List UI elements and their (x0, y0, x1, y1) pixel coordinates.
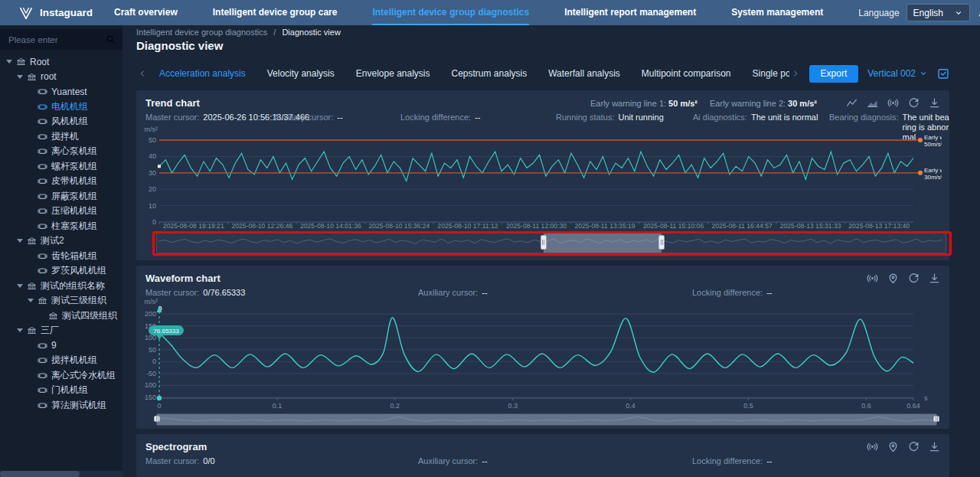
notification-bell-icon[interactable] (977, 7, 980, 19)
tree-item-罗茨风机机组[interactable]: 罗茨风机机组 (0, 263, 122, 279)
tree-item-算法测试机组[interactable]: 算法测试机组 (0, 398, 122, 413)
zoom-handle-right[interactable] (933, 416, 939, 422)
tree-item-测试三级组织[interactable]: 测试三级组织 (0, 293, 122, 309)
tree-item-9[interactable]: 9 (0, 338, 122, 354)
location-pin-icon[interactable] (887, 273, 899, 284)
language-select[interactable]: English (906, 4, 970, 21)
brand[interactable]: Instaguard (0, 0, 93, 25)
tab-multipoint-comparison[interactable]: Multipoint comparison (631, 64, 742, 83)
tab-waterfall-analysis[interactable]: Waterfall analysis (537, 64, 631, 83)
sidebar-scrollbar[interactable] (0, 471, 122, 477)
trend-toolbar (846, 97, 940, 109)
device-icon (38, 162, 47, 172)
tree-item-测试2[interactable]: 测试2 (0, 234, 122, 249)
organization-icon (27, 72, 37, 82)
warning-line-value: 50 m/s² (668, 99, 697, 108)
organization-icon (48, 311, 58, 321)
tree-item-电机机组[interactable]: 电机机组 (0, 100, 122, 115)
zoom-handle-right[interactable] (658, 235, 665, 250)
download-icon[interactable] (929, 273, 940, 284)
nav-item-intelligent-device-group-diagnostics[interactable]: Intelligent device group diagnostics (372, 0, 529, 25)
tree-item-label: Yuantest (51, 87, 87, 97)
svg-text:2025-08-10 17:11:12: 2025-08-10 17:11:12 (437, 222, 498, 230)
measurement-point-select[interactable]: Vertical 002 (867, 68, 928, 79)
tree-item-离心式冷水机组[interactable]: 离心式冷水机组 (0, 368, 122, 384)
tab-acceleration-analysis[interactable]: Acceleration analysis (149, 64, 256, 83)
tab-velocity-analysis[interactable]: Velocity analysis (256, 64, 345, 83)
trend-line-icon[interactable] (846, 97, 858, 109)
tree-caret-icon[interactable] (6, 60, 12, 64)
tabs-scroll-right-icon[interactable] (791, 69, 800, 78)
nav-item-craft-overview[interactable]: Craft overview (114, 0, 178, 25)
tabs-scroll-left-icon[interactable] (138, 69, 147, 78)
tree-item-搅拌机机组[interactable]: 搅拌机机组 (0, 353, 122, 368)
svg-text:0.3: 0.3 (508, 402, 518, 410)
refresh-icon[interactable] (908, 441, 920, 452)
tab-cepstrum-analysis[interactable]: Cepstrum analysis (441, 64, 538, 83)
tree-item-屏蔽泵机组[interactable]: 屏蔽泵机组 (0, 189, 122, 204)
tree-item-门机机组[interactable]: 门机机组 (0, 383, 122, 398)
tabs-list: Acceleration analysisVelocity analysisEn… (149, 64, 789, 83)
zoom-handle-left[interactable] (154, 416, 160, 422)
broadcast-icon[interactable] (887, 97, 899, 109)
app-window: Instaguard Craft overviewIntelligent dev… (0, 0, 980, 477)
breadcrumb-section[interactable]: Intelligent device group diagnostics (136, 28, 267, 37)
waveform-chart-canvas[interactable]: m/s²0200150100500-50-100-15000.10.20.30.… (144, 296, 942, 411)
nav-item-intelligent-device-group-care[interactable]: Intelligent device group care (213, 0, 338, 25)
tab-single-point-analysis[interactable]: Single point analysis (742, 64, 789, 83)
calendar-check-icon[interactable] (937, 67, 949, 80)
zoom-selected-range[interactable] (157, 414, 936, 425)
waveform-chart-panel: Waveform chart Master cursor:0/76.65333A… (136, 266, 949, 429)
tree-caret-icon[interactable] (17, 284, 23, 288)
download-icon[interactable] (929, 97, 940, 109)
tree-item-label: 测试四级组织 (62, 309, 117, 322)
tree-item-三厂[interactable]: 三厂 (0, 323, 122, 338)
device-icon (38, 266, 47, 276)
export-button[interactable]: Export (809, 65, 859, 83)
tree-caret-icon[interactable] (17, 328, 23, 332)
zoom-handle-left[interactable] (541, 235, 547, 250)
nav-item-system-management[interactable]: System management (731, 0, 823, 25)
tree-item-柱塞泵机组[interactable]: 柱塞泵机组 (0, 219, 122, 234)
tree-item-离心泵机组[interactable]: 离心泵机组 (0, 144, 122, 159)
tree-item-root[interactable]: Root (0, 54, 122, 70)
tree-item-螺杆泵机组[interactable]: 螺杆泵机组 (0, 159, 122, 175)
refresh-icon[interactable] (908, 97, 920, 109)
tree-item-root[interactable]: root (0, 70, 122, 85)
tree-item-测试四级组织[interactable]: 测试四级组织 (0, 309, 122, 324)
tree-item-测试的组织名称[interactable]: 测试的组织名称 (0, 279, 122, 294)
device-icon (38, 371, 47, 381)
info-value: -- (766, 456, 772, 466)
spectrogram-panel-title: Spectrogram (145, 441, 207, 452)
search-box[interactable] (0, 29, 122, 50)
broadcast-icon[interactable] (867, 273, 878, 284)
tree-item-搅拌机[interactable]: 搅拌机 (0, 129, 122, 145)
area-chart-icon[interactable] (867, 97, 878, 109)
nav-item-intelligent-report-management[interactable]: Intelligent report management (564, 0, 696, 25)
tree-item-压缩机机组[interactable]: 压缩机机组 (0, 204, 122, 219)
tree-item-皮带机机组[interactable]: 皮带机机组 (0, 174, 122, 189)
chevron-down-icon (954, 8, 963, 18)
trend-chart-canvas[interactable]: m/s²504030201002025-08-08 19:19:212025-0… (144, 124, 942, 231)
tree-item-齿轮箱机组[interactable]: 齿轮箱机组 (0, 249, 122, 264)
tree-caret-icon[interactable] (28, 299, 34, 302)
tab-envelope-analysis[interactable]: Envelope analysis (345, 64, 441, 83)
tree-item-label: 皮带机机组 (51, 175, 97, 188)
svg-text:50: 50 (149, 136, 156, 144)
search-input[interactable] (7, 34, 100, 45)
svg-text:0.64: 0.64 (906, 402, 920, 410)
tree-caret-icon[interactable] (17, 239, 23, 243)
refresh-icon[interactable] (908, 273, 920, 284)
download-icon[interactable] (929, 441, 940, 452)
tree-item-风机机组[interactable]: 风机机组 (0, 114, 122, 129)
waveform-zoom-slider[interactable] (156, 413, 937, 426)
svg-text:s: s (924, 394, 928, 402)
sidebar-scrollbar-thumb[interactable] (0, 471, 80, 477)
broadcast-icon[interactable] (867, 441, 878, 452)
zoom-selected-range[interactable] (544, 234, 662, 253)
tree-caret-icon[interactable] (17, 75, 23, 79)
tree-item-yuantest[interactable]: Yuantest (0, 84, 122, 100)
location-pin-icon[interactable] (887, 441, 899, 452)
trend-zoom-slider[interactable] (156, 233, 946, 253)
search-icon[interactable] (106, 34, 116, 44)
